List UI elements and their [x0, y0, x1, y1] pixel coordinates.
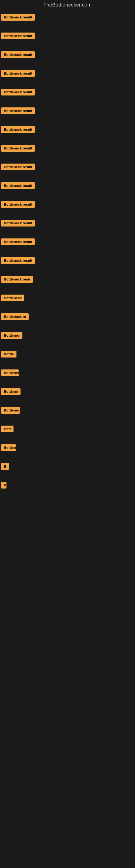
bottleneck-badge[interactable]: Bottleneck result — [1, 220, 35, 226]
bottleneck-badge[interactable]: Bottleneck resu — [1, 276, 33, 283]
bottleneck-item: Bottle — [1, 348, 135, 367]
bottleneck-item: Bottleneck result — [1, 180, 135, 198]
bottleneck-badge[interactable]: B — [1, 463, 9, 470]
bottleneck-badge[interactable]: Bottleneck result — [1, 33, 35, 39]
bottleneck-item: B — [1, 479, 135, 522]
bottleneck-item: Bottleneck — [1, 404, 135, 423]
bottleneck-item: Bottleneck result — [1, 67, 135, 86]
bottleneck-item: Bottleneck result — [1, 161, 135, 180]
bottleneck-item: Bottleneck result — [1, 11, 135, 30]
bottleneck-item: Bottleneck result — [1, 105, 135, 123]
bottleneck-badge[interactable]: Bottleneck result — [1, 182, 35, 189]
bottleneck-badge[interactable]: Bott — [1, 426, 13, 432]
bottleneck-item: Bottleneck result — [1, 123, 135, 142]
bottleneck-badge[interactable]: Bottle — [1, 351, 16, 358]
bottleneck-badge[interactable]: Bottlenec — [1, 369, 18, 376]
bottleneck-badge[interactable]: Bottleneck result — [1, 89, 35, 95]
bottleneck-item: Bottleneck — [1, 292, 135, 311]
bottleneck-badge[interactable]: Bottlenec — [1, 332, 22, 339]
bottleneck-item: Bottleneck result — [1, 236, 135, 254]
bottleneck-badge[interactable]: Bottleneck result — [1, 145, 35, 152]
bottleneck-badge[interactable]: Bottleneck result — [1, 201, 35, 208]
bottleneck-badge[interactable]: Bottleneck result — [1, 163, 35, 170]
bottleneck-item: Bottleneck result — [1, 142, 135, 161]
bottleneck-badge[interactable]: Bottleneck — [1, 294, 24, 301]
bottleneck-item: Bottleneck result — [1, 30, 135, 49]
bottleneck-item: Bottleneck result — [1, 49, 135, 67]
bottleneck-badge[interactable]: Bottleneck — [1, 407, 20, 414]
bottleneck-badge[interactable]: Bottleneck result — [1, 51, 35, 58]
bottleneck-badge[interactable]: Bottleneck result — [1, 14, 35, 21]
bottleneck-item: B — [1, 460, 135, 479]
items-container: Bottleneck resultBottleneck resultBottle… — [0, 11, 135, 522]
bottleneck-badge[interactable]: Bottleneck result — [1, 107, 35, 114]
bottleneck-badge[interactable]: B — [1, 482, 6, 489]
bottleneck-badge[interactable]: Bottleneck result — [1, 126, 35, 133]
bottleneck-badge[interactable]: Bottlene — [1, 444, 16, 451]
site-title: TheBottlenecker.com — [0, 0, 135, 11]
bottleneck-item: Bottlene — [1, 442, 135, 460]
bottleneck-badge[interactable]: Bottlene — [1, 388, 20, 395]
bottleneck-item: Bott — [1, 423, 135, 442]
bottleneck-badge[interactable]: Bottleneck result — [1, 239, 35, 245]
bottleneck-badge[interactable]: Bottleneck re — [1, 313, 29, 320]
bottleneck-item: Bottleneck result — [1, 198, 135, 217]
bottleneck-badge[interactable]: Bottleneck result — [1, 70, 35, 77]
bottleneck-item: Bottleneck result — [1, 86, 135, 105]
bottleneck-item: Bottleneck resu — [1, 273, 135, 292]
bottleneck-item: Bottlene — [1, 385, 135, 404]
bottleneck-item: Bottlenec — [1, 367, 135, 385]
bottleneck-badge[interactable]: Bottleneck result — [1, 257, 35, 264]
bottleneck-item: Bottleneck re — [1, 311, 135, 329]
bottleneck-item: Bottlenec — [1, 329, 135, 348]
bottleneck-item: Bottleneck result — [1, 217, 135, 236]
bottleneck-item: Bottleneck result — [1, 254, 135, 273]
